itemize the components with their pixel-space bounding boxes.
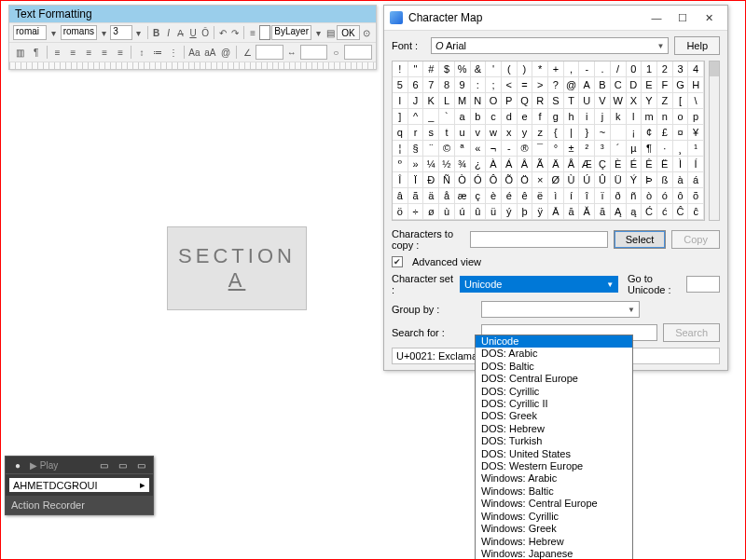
char-cell[interactable]: è <box>486 188 502 204</box>
style-select[interactable]: romai <box>13 25 47 40</box>
char-cell[interactable]: ¬ <box>486 141 502 157</box>
char-cell[interactable]: » <box>408 157 424 172</box>
symbol-button[interactable]: @ <box>218 45 233 60</box>
char-cell[interactable]: § <box>408 141 424 157</box>
char-cell[interactable]: ¦ <box>393 141 408 157</box>
select-button[interactable]: Select <box>614 230 667 249</box>
char-cell[interactable]: b <box>471 109 487 125</box>
char-cell[interactable]: Ê <box>642 157 657 172</box>
char-cell[interactable]: - <box>502 141 518 157</box>
char-cell[interactable]: ³ <box>595 141 611 157</box>
charset-option[interactable]: DOS: Arabic <box>476 348 632 360</box>
char-cell[interactable]: o <box>673 109 689 125</box>
char-cell[interactable]: £ <box>657 125 673 141</box>
char-cell[interactable]: ? <box>548 77 564 93</box>
char-cell[interactable]: á <box>688 172 704 188</box>
strike-button[interactable]: A̶ <box>175 25 186 40</box>
char-cell[interactable]: ² <box>579 141 595 157</box>
dropdown-icon[interactable]: ▾ <box>133 25 145 40</box>
char-cell[interactable]: Û <box>595 172 611 188</box>
charset-option[interactable]: Windows: Cyrillic <box>476 511 632 523</box>
bold-button[interactable]: B <box>150 25 161 40</box>
char-cell[interactable]: ) <box>518 61 533 77</box>
char-cell[interactable]: Ã <box>532 157 548 172</box>
char-cell[interactable]: m <box>642 109 657 125</box>
char-cell[interactable]: « <box>471 141 487 157</box>
minimize-button[interactable]: — <box>643 9 670 26</box>
char-cell[interactable]: } <box>579 125 595 141</box>
char-cell[interactable]: Ö <box>518 172 533 188</box>
char-cell[interactable]: " <box>408 61 424 77</box>
char-cell[interactable]: ÿ <box>532 204 548 220</box>
char-cell[interactable]: É <box>627 157 642 172</box>
redo-button[interactable]: ↷ <box>229 25 241 40</box>
char-cell[interactable]: × <box>532 172 548 188</box>
char-cell[interactable]: Ă <box>579 204 595 220</box>
charset-option[interactable]: Windows: Baltic <box>476 485 632 498</box>
underline-button[interactable]: U <box>187 25 199 40</box>
dropdown-icon[interactable]: ▾ <box>312 25 324 40</box>
char-cell[interactable]: Á <box>502 157 518 172</box>
char-cell[interactable]: Þ <box>642 172 657 188</box>
char-cell[interactable]: Y <box>642 93 657 109</box>
options-button[interactable]: ⊙ <box>361 25 372 40</box>
charset-option[interactable]: DOS: Central Europe <box>476 373 632 385</box>
char-cell[interactable]: S <box>548 93 564 109</box>
char-cell[interactable]: ¹ <box>688 141 704 157</box>
char-cell[interactable]: Â <box>518 157 533 172</box>
justify-button[interactable]: ≡ <box>97 45 112 60</box>
char-cell[interactable]: È <box>611 157 627 172</box>
char-cell[interactable]: ¢ <box>642 125 657 141</box>
char-cell[interactable]: ö <box>393 204 408 220</box>
linespacing-button[interactable]: ↕ <box>134 45 149 60</box>
char-cell[interactable]: 7 <box>423 77 439 93</box>
char-cell[interactable]: v <box>471 125 487 141</box>
char-cell[interactable]: å <box>439 188 455 204</box>
ruler-button[interactable]: ▤ <box>325 25 336 40</box>
char-cell[interactable]: ă <box>595 204 611 220</box>
char-cell[interactable]: Ü <box>611 172 627 188</box>
char-cell[interactable]: ç <box>471 188 487 204</box>
help-button[interactable]: Help <box>674 36 720 55</box>
char-cell[interactable]: ÷ <box>408 204 424 220</box>
char-cell[interactable]: À <box>486 157 502 172</box>
char-cell[interactable]: Ĉ <box>673 204 689 220</box>
char-cell[interactable]: ā <box>564 204 580 220</box>
char-cell[interactable]: X <box>627 93 642 109</box>
charset-option[interactable]: Unicode <box>476 335 632 348</box>
char-cell[interactable]: q <box>393 125 408 141</box>
char-cell[interactable]: % <box>455 61 471 77</box>
record-icon[interactable]: ● <box>11 458 24 471</box>
goto-unicode-input[interactable] <box>686 276 720 293</box>
char-cell[interactable]: 8 <box>439 77 455 93</box>
oblique-button[interactable]: ∠ <box>240 45 255 60</box>
char-cell[interactable]: © <box>439 141 455 157</box>
char-cell[interactable]: g <box>548 109 564 125</box>
char-cell[interactable]: E <box>642 77 657 93</box>
char-cell[interactable]: w <box>486 125 502 141</box>
char-cell[interactable]: ¿ <box>471 157 487 172</box>
char-cell[interactable]: ~ <box>595 125 611 141</box>
char-cell[interactable]: & <box>471 61 487 77</box>
charset-option[interactable]: DOS: Cyrillic II <box>476 398 632 410</box>
char-cell[interactable]: Ì <box>673 157 689 172</box>
char-cell[interactable]: Æ <box>579 157 595 172</box>
char-cell[interactable]: 4 <box>688 61 704 77</box>
char-cell[interactable]: [ <box>673 93 689 109</box>
char-cell[interactable]: Í <box>688 157 704 172</box>
char-cell[interactable]: ! <box>393 61 408 77</box>
bulleted-button[interactable]: ⋮ <box>166 45 181 60</box>
char-cell[interactable]: , <box>564 61 580 77</box>
char-cell[interactable]: k <box>611 109 627 125</box>
charset-option[interactable]: DOS: Baltic <box>476 361 632 373</box>
char-cell[interactable]: é <box>502 188 518 204</box>
char-cell[interactable]: c <box>486 109 502 125</box>
overline-button[interactable]: Ō <box>200 25 211 40</box>
char-cell[interactable]: ^ <box>408 109 424 125</box>
char-cell[interactable]: < <box>502 77 518 93</box>
charset-option[interactable]: Windows: Central Europe <box>476 498 632 510</box>
char-cell[interactable]: 0 <box>627 61 642 77</box>
char-cell[interactable]: Ä <box>548 157 564 172</box>
font-select[interactable]: O Arial ▼ <box>431 37 669 54</box>
char-cell[interactable]: L <box>439 93 455 109</box>
